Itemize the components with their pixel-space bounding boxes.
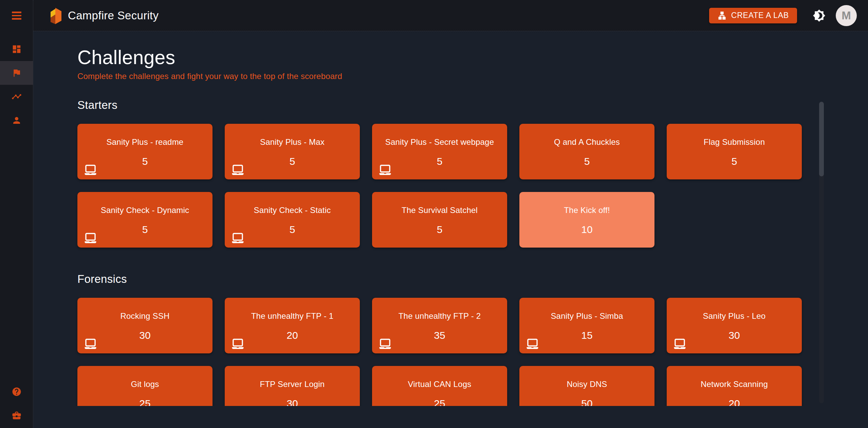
challenge-name: Sanity Plus - Simba bbox=[551, 311, 623, 321]
lab-network-icon bbox=[717, 11, 727, 20]
challenge-points: 25 bbox=[434, 398, 445, 406]
laptop-icon bbox=[84, 233, 97, 243]
challenge-card[interactable]: The Survival Satchel 5 bbox=[372, 192, 507, 248]
dark-mode-icon bbox=[813, 9, 826, 22]
hamburger-icon bbox=[12, 12, 21, 13]
challenge-points: 30 bbox=[139, 330, 150, 341]
laptop-icon bbox=[84, 338, 97, 349]
challenge-name: Sanity Check - Dynamic bbox=[101, 206, 189, 215]
sidebar-bottom-nav bbox=[0, 380, 33, 427]
challenge-name: Rocking SSH bbox=[121, 311, 170, 321]
challenge-card[interactable]: The unhealthy FTP - 2 35 bbox=[372, 298, 507, 353]
hamburger-menu-button[interactable] bbox=[0, 0, 33, 31]
challenge-card[interactable]: Rocking SSH 30 bbox=[77, 298, 213, 353]
laptop-icon bbox=[232, 338, 244, 349]
challenge-points: 5 bbox=[437, 156, 443, 167]
laptop-icon bbox=[232, 233, 244, 243]
section-title: Starters bbox=[77, 99, 868, 112]
challenge-card[interactable]: Sanity Plus - readme 5 bbox=[77, 124, 213, 179]
laptop-icon bbox=[84, 164, 97, 175]
challenge-section: Forensics Rocking SSH 30 The unhealthy F… bbox=[77, 273, 868, 406]
sidebar-item-challenges[interactable] bbox=[0, 61, 33, 85]
challenge-points: 20 bbox=[287, 330, 298, 341]
challenge-name: FTP Server Login bbox=[260, 380, 325, 389]
challenge-points: 5 bbox=[142, 224, 148, 235]
campfire-logo-icon bbox=[49, 7, 62, 24]
sidebar-item-dashboard[interactable] bbox=[0, 37, 33, 61]
challenge-points: 5 bbox=[290, 156, 295, 167]
challenge-card[interactable]: FTP Server Login 30 bbox=[225, 366, 360, 406]
timeline-icon bbox=[12, 92, 22, 102]
challenge-points: 25 bbox=[139, 398, 150, 406]
challenge-name: The Survival Satchel bbox=[402, 206, 478, 215]
briefcase-icon bbox=[12, 410, 22, 421]
dashboard-icon bbox=[12, 44, 22, 54]
sidebar-item-toolbox[interactable] bbox=[0, 404, 33, 427]
laptop-icon bbox=[673, 338, 686, 349]
challenge-points: 5 bbox=[142, 156, 148, 167]
challenge-name: Sanity Check - Static bbox=[254, 206, 331, 215]
challenge-name: Flag Submission bbox=[704, 137, 765, 147]
challenge-name: The Kick off! bbox=[564, 206, 610, 215]
challenge-points: 50 bbox=[581, 398, 592, 406]
challenge-card[interactable]: Virtual CAN Logs 25 bbox=[372, 366, 507, 406]
challenge-points: 5 bbox=[290, 224, 295, 235]
sidebar bbox=[0, 0, 33, 428]
challenge-card[interactable]: Sanity Plus - Max 5 bbox=[225, 124, 360, 179]
theme-toggle-button[interactable] bbox=[813, 9, 826, 22]
challenge-name: Virtual CAN Logs bbox=[408, 380, 472, 389]
app-window: Campfire Security CREATE A LAB M Challen… bbox=[0, 0, 868, 428]
challenge-section: Starters Sanity Plus - readme 5 Sanity P… bbox=[77, 99, 868, 248]
challenge-card[interactable]: Q and A Chuckles 5 bbox=[519, 124, 654, 179]
section-title: Forensics bbox=[77, 273, 868, 286]
person-icon bbox=[12, 115, 22, 125]
challenge-points: 15 bbox=[581, 330, 592, 341]
main-content: Challenges Complete the challenges and f… bbox=[33, 31, 868, 406]
sections: Starters Sanity Plus - readme 5 Sanity P… bbox=[77, 99, 868, 406]
challenge-card[interactable]: Network Scanning 20 bbox=[667, 366, 802, 406]
challenge-name: Sanity Plus - readme bbox=[107, 137, 184, 147]
scrollbar-thumb[interactable] bbox=[819, 102, 824, 176]
challenge-card[interactable]: The unhealthy FTP - 1 20 bbox=[225, 298, 360, 353]
challenge-card[interactable]: The Kick off! 10 bbox=[519, 192, 654, 248]
challenge-points: 10 bbox=[581, 224, 592, 235]
create-a-lab-label: CREATE A LAB bbox=[731, 11, 789, 20]
challenge-points: 35 bbox=[434, 330, 445, 341]
challenge-card[interactable]: Git logs 25 bbox=[77, 366, 213, 406]
challenge-grid: Rocking SSH 30 The unhealthy FTP - 1 20 … bbox=[77, 298, 868, 406]
challenge-points: 30 bbox=[728, 330, 740, 341]
user-avatar[interactable]: M bbox=[836, 5, 857, 26]
sidebar-item-profile[interactable] bbox=[0, 109, 33, 132]
page-subtitle: Complete the challenges and fight your w… bbox=[77, 72, 868, 81]
challenge-card[interactable]: Noisy DNS 50 bbox=[519, 366, 654, 406]
challenge-card[interactable]: Sanity Plus - Secret webpage 5 bbox=[372, 124, 507, 179]
flag-icon bbox=[12, 68, 22, 78]
challenge-points: 30 bbox=[287, 398, 298, 406]
laptop-icon bbox=[379, 338, 391, 349]
main-column: Campfire Security CREATE A LAB M Challen… bbox=[33, 0, 868, 428]
challenge-name: Q and A Chuckles bbox=[554, 137, 620, 147]
create-a-lab-button[interactable]: CREATE A LAB bbox=[709, 8, 797, 23]
challenge-points: 5 bbox=[584, 156, 590, 167]
page-title: Challenges bbox=[77, 46, 868, 69]
challenge-name: Sanity Plus - Max bbox=[260, 137, 325, 147]
challenge-card[interactable]: Sanity Check - Dynamic 5 bbox=[77, 192, 213, 248]
help-icon bbox=[12, 387, 22, 397]
topbar: Campfire Security CREATE A LAB M bbox=[33, 0, 868, 31]
challenge-name: Noisy DNS bbox=[567, 380, 607, 389]
challenge-points: 5 bbox=[732, 156, 737, 167]
brand-title: Campfire Security bbox=[68, 9, 159, 22]
challenge-card[interactable]: Flag Submission 5 bbox=[667, 124, 802, 179]
laptop-icon bbox=[232, 164, 244, 175]
challenge-name: The unhealthy FTP - 1 bbox=[251, 311, 334, 321]
challenge-card[interactable]: Sanity Plus - Simba 15 bbox=[519, 298, 654, 353]
sidebar-nav bbox=[0, 37, 33, 132]
sidebar-item-help[interactable] bbox=[0, 380, 33, 404]
challenge-points: 5 bbox=[437, 224, 443, 235]
challenge-name: Sanity Plus - Secret webpage bbox=[385, 137, 494, 147]
sidebar-item-scoreboard[interactable] bbox=[0, 85, 33, 109]
challenge-card[interactable]: Sanity Plus - Leo 30 bbox=[667, 298, 802, 353]
challenge-name: Git logs bbox=[131, 380, 159, 389]
challenge-card[interactable]: Sanity Check - Static 5 bbox=[225, 192, 360, 248]
laptop-icon bbox=[526, 338, 539, 349]
